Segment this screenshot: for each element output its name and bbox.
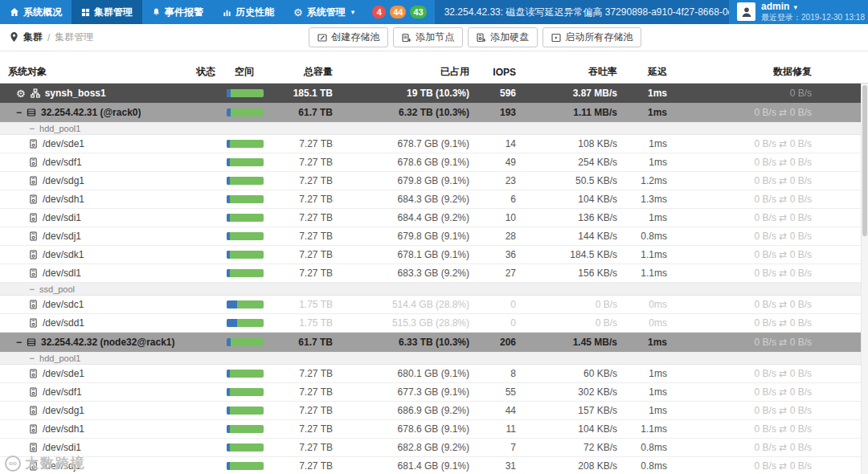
nav-item-system-overview[interactable]: 系统概况 [0,0,72,24]
table-row-disk[interactable]: /dev/sdc11.75 TB514.4 GB (28.8%)00 B/s0m… [0,296,868,314]
table-row-disk[interactable]: /dev/sdg17.27 TB679.8 GB (9.1%)2350.5 KB… [0,172,868,190]
table-row-pool[interactable]: −ssd_pool [0,283,868,296]
disk-icon [29,213,38,223]
usage-bar [227,443,264,452]
object-name: 32.254.42.32 (node32@rack1) [41,337,174,348]
scrollbar-thumb[interactable] [862,85,867,236]
object-name-cell: /dev/sdj1 [0,231,191,242]
vertical-scrollbar[interactable] [861,84,868,474]
table-row-cluster[interactable]: ⚙synsh_boss1185.1 TB19 TB (10.3%)5963.87… [0,84,868,103]
table-row-disk[interactable]: /dev/sdi17.27 TB682.8 GB (9.2%)772 KB/s0… [0,439,868,457]
info-alert-badge[interactable]: 43 [410,6,426,18]
disk-icon [29,406,38,415]
table-row-disk[interactable]: /dev/sdh17.27 TB684.3 GB (9.2%)6104 KB/s… [0,190,868,209]
used-cell: 6.32 TB (10.3%) [341,107,477,118]
disk-icon [29,176,38,186]
usage-bar [227,370,264,378]
usage-bar [227,425,264,433]
last-login-label: 最近登录： [761,13,801,22]
table-row-disk[interactable]: /dev/sdi17.27 TB684.4 GB (9.2%)10136 KB/… [0,209,868,227]
table-row-disk[interactable]: /dev/sdj17.27 TB681.4 GB (9.1%)31208 KB/… [0,457,868,474]
space-cell [223,319,281,327]
table-row-disk[interactable]: /dev/sde17.27 TB678.7 GB (9.1%)14108 KB/… [0,135,868,153]
data-repair-cell: 0 B/s ⇄ 0 B/s [675,212,868,223]
usage-bar [227,195,264,203]
table-row-disk[interactable]: /dev/sdl17.27 TB683.3 GB (9.2%)27156 KB/… [0,264,868,283]
data-repair-cell: 0 B/s ⇄ 0 B/s [675,317,868,329]
add-disk-button[interactable]: 添加硬盘 [468,27,538,47]
total-capacity-cell: 7.27 TB [281,460,341,472]
table-row-pool[interactable]: −hdd_pool1 [0,352,868,365]
used-cell: 678.1 GB (9.1%) [341,249,477,260]
breadcrumb-section[interactable]: 集群 [23,31,43,44]
user-menu[interactable]: admin ▾ 最近登录：2019-12-30 13:18 [737,2,868,22]
disk-icon [29,461,38,471]
data-repair-cell: 0 B/s ⇄ 0 B/s [675,460,868,472]
collapse-icon[interactable]: − [16,108,22,117]
data-repair-cell: 0 B/s ⇄ 0 B/s [675,405,868,416]
object-name-cell: /dev/sdc1 [0,299,191,310]
nav-item-historical-performance[interactable]: 历史性能 [213,0,284,24]
object-name: /dev/sdj1 [43,231,81,242]
latency-cell: 1ms [625,107,675,118]
table-row-disk[interactable]: /dev/sdf17.27 TB677.3 GB (9.1%)55302 KB/… [0,383,868,402]
object-name-cell: /dev/sdd1 [0,317,191,329]
collapse-icon[interactable]: − [29,124,35,133]
object-name: /dev/sdh1 [43,194,84,205]
data-repair-cell: 0 B/s ⇄ 0 B/s [675,194,868,205]
collapse-icon[interactable]: − [29,284,35,294]
throughput-cell: 157 KB/s [524,405,625,416]
table-body: ⚙synsh_boss1185.1 TB19 TB (10.3%)5963.87… [0,84,868,474]
total-capacity-cell: 7.27 TB [281,138,341,149]
table-row-disk[interactable]: /dev/sdh17.27 TB678.6 GB (9.1%)11104 KB/… [0,420,868,439]
table-row-disk[interactable]: /dev/sdf17.27 TB678.6 GB (9.1%)49254 KB/… [0,153,868,172]
add-node-button[interactable]: 添加节点 [393,27,463,47]
usage-bar [227,319,264,327]
create-storage-pool-button[interactable]: 创建存储池 [309,27,388,47]
gear-icon[interactable]: ⚙ [16,88,26,99]
latency-cell: 1ms [625,157,675,168]
object-name: /dev/sdf1 [43,157,82,168]
disk-icon [29,157,38,167]
table-row-disk[interactable]: /dev/sdj17.27 TB679.8 GB (9.1%)28144 KB/… [0,227,868,246]
nav-item-cluster-management[interactable]: 集群管理 [72,0,142,24]
data-repair-cell: 0 B/s ⇄ 0 B/s [675,423,868,435]
object-name-cell: −32.254.42.32 (node32@rack1) [0,337,191,348]
total-capacity-cell: 7.27 TB [281,423,341,435]
nav-item-system-management[interactable]: ⚙ 系统管理 ▾ [284,0,364,24]
table-row-disk[interactable]: /dev/sdd11.75 TB515.3 GB (28.8%)00 B/s0m… [0,314,868,333]
used-cell: 6.33 TB (10.3%) [341,337,477,348]
table-row-pool[interactable]: −hdd_pool1 [0,122,868,135]
warning-alert-badge[interactable]: 44 [390,6,406,18]
used-cell: 677.3 GB (9.1%) [341,386,477,398]
object-name-cell: /dev/sdf1 [0,386,191,398]
table-row-disk[interactable]: /dev/sdg17.27 TB686.9 GB (9.2%)44157 KB/… [0,402,868,420]
nav-label: 事件报警 [165,6,203,19]
start-all-storage-pools-button[interactable]: 启动所有存储池 [542,27,641,47]
data-repair-cell: 0 B/s ⇄ 0 B/s [675,386,868,398]
object-name-cell: /dev/sde1 [0,138,191,149]
usage-bar [227,140,264,148]
iops-cell: 206 [477,337,524,348]
data-repair-cell: 0 B/s ⇄ 0 B/s [675,175,868,186]
usage-bar [227,462,264,470]
space-cell [223,177,281,185]
table-row-disk[interactable]: /dev/sde17.27 TB680.1 GB (9.1%)860 KB/s1… [0,365,868,383]
collapse-icon[interactable]: − [16,337,22,347]
nav-item-event-alarms[interactable]: 事件报警 [142,0,213,24]
table-row-node[interactable]: −32.254.42.31 (@rack0)61.7 TB6.32 TB (10… [0,103,868,122]
object-name: /dev/sde1 [43,368,84,379]
used-cell: 681.4 GB (9.1%) [341,460,477,472]
disk-icon [29,300,38,309]
critical-alert-badge[interactable]: 4 [372,6,386,18]
collapse-icon[interactable]: − [29,353,35,363]
table-row-node[interactable]: −32.254.42.32 (node32@rack1)61.7 TB6.33 … [0,333,868,352]
total-capacity-cell: 7.27 TB [281,268,341,279]
used-cell: 514.4 GB (28.8%) [341,299,477,310]
notification-text: 32.254.42.33: 磁盘读写延迟异常偏高 37290898-a910-4… [444,6,729,19]
usage-bar [227,338,264,346]
server-icon [27,108,36,117]
table-row-disk[interactable]: /dev/sdk17.27 TB678.1 GB (9.1%)36184.5 K… [0,246,868,264]
notification-banner[interactable]: 32.254.42.33: 磁盘读写延迟异常偏高 37290898-a910-4… [435,0,729,24]
create-pool-icon [317,33,327,43]
